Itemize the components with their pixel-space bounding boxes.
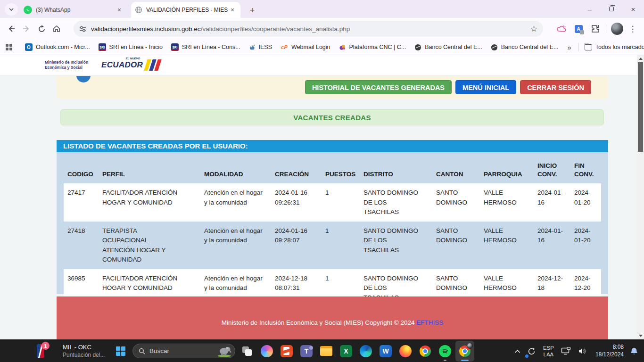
- tab-close-icon[interactable]: ×: [228, 6, 237, 14]
- search-icon: [139, 348, 145, 354]
- table-header-row: CODIGO PERFIL MODALIDAD CREACIÓN PUESTOS…: [64, 159, 601, 183]
- home-button[interactable]: [49, 21, 64, 36]
- cell-fin-conv: 2024-01-20: [570, 222, 601, 269]
- language-indicator[interactable]: ESP LAA: [539, 345, 558, 358]
- edge-button[interactable]: [356, 341, 375, 362]
- page-scrollbar[interactable]: [637, 55, 644, 339]
- site-info-icon[interactable]: [79, 25, 86, 33]
- file-explorer-icon: [320, 346, 332, 356]
- menu-inicial-button[interactable]: MENÚ INICIAL: [455, 80, 516, 94]
- bookmark-label: Webmail Login: [291, 44, 330, 50]
- profile-avatar[interactable]: [611, 23, 623, 35]
- bookmark-banco-central-1[interactable]: Banco Central del E...: [410, 41, 487, 53]
- iess-favicon: [249, 43, 256, 51]
- all-bookmarks-label: Todos los marcadores: [595, 44, 644, 50]
- start-button[interactable]: [114, 345, 127, 358]
- word-button[interactable]: W: [376, 341, 395, 362]
- bookmark-outlook[interactable]: O Outlook.com - Micr...: [21, 41, 94, 53]
- pdf-editor-button[interactable]: [277, 341, 296, 362]
- bookmark-webmail[interactable]: cP Webmail Login: [276, 41, 334, 53]
- taskbar-widget-nba[interactable]: 1 MIL - OKC Puntuación del...: [37, 340, 105, 362]
- cerrar-sesion-button[interactable]: CERRAR SESIÓN: [520, 80, 591, 94]
- whatsapp-icon: [24, 6, 32, 14]
- excel-icon: X: [340, 345, 352, 357]
- restore-button[interactable]: [601, 0, 622, 18]
- divider: [607, 25, 607, 33]
- cell-puestos: 1: [322, 222, 360, 269]
- all-bookmarks[interactable]: Todos los marcadores: [576, 41, 644, 53]
- scrollbar-thumb[interactable]: [638, 62, 643, 152]
- tab-close-icon[interactable]: ×: [115, 6, 124, 14]
- cast-display-icon[interactable]: [558, 342, 575, 361]
- bookmark-cnc[interactable]: Plataforma CNC | C...: [335, 41, 411, 53]
- copilot-button[interactable]: [257, 341, 276, 362]
- browser-menu-kebab-icon[interactable]: ⋮: [625, 21, 640, 36]
- cell-canton: SANTO DOMINGO: [432, 183, 480, 222]
- bookmark-sri-consultas[interactable]: SRI SRI en Línea - Cons...: [167, 41, 245, 53]
- cnc-favicon: [339, 44, 346, 51]
- profile-mini-avatar: [467, 343, 473, 349]
- apps-grid-icon[interactable]: [6, 44, 12, 51]
- vacantes-creadas-banner: VACANTES CREADAS: [60, 109, 604, 125]
- clock[interactable]: 8:08 18/12/2024: [591, 344, 627, 358]
- scroll-down-arrow[interactable]: [637, 332, 644, 339]
- restore-icon: [609, 7, 614, 11]
- file-explorer-button[interactable]: [317, 341, 336, 362]
- col-header-puestos: PUESTOS: [322, 159, 360, 183]
- scroll-up-arrow[interactable]: [637, 55, 644, 62]
- forward-button[interactable]: [19, 21, 34, 36]
- bookmark-sri-inicio[interactable]: SRI SRI en Línea - Inicio: [94, 41, 167, 53]
- chrome-active-window-button[interactable]: [455, 341, 474, 362]
- bookmark-banco-central-2[interactable]: Banco Central del E...: [487, 41, 563, 53]
- tray-chevron-up-icon[interactable]: [511, 342, 524, 361]
- bookmark-iess[interactable]: IESS: [245, 41, 277, 53]
- globe-favicon: [414, 44, 421, 51]
- reload-button[interactable]: [34, 21, 49, 36]
- cell-puestos: 1: [322, 183, 360, 222]
- widget-line2: Puntuación del...: [63, 352, 105, 359]
- translate-extension-icon[interactable]: A: [571, 21, 586, 36]
- task-view-icon: [241, 346, 253, 357]
- extensions-puzzle-icon[interactable]: [588, 21, 603, 36]
- user-icon-partial: [76, 76, 91, 82]
- mies-logo-line1: Ministerio de Inclusión: [45, 60, 88, 65]
- cell-canton: SANTO DOMINGO: [432, 222, 480, 269]
- tray-sync-icon[interactable]: [524, 342, 539, 361]
- task-view-button[interactable]: [238, 341, 256, 362]
- tab-search-button[interactable]: [5, 3, 18, 16]
- back-icon: [7, 25, 16, 33]
- new-tab-button[interactable]: +: [246, 4, 258, 16]
- word-icon: W: [380, 345, 392, 357]
- close-window-button[interactable]: ×: [622, 0, 644, 18]
- excel-button[interactable]: X: [337, 341, 355, 362]
- bookmark-label: SRI en Línea - Inicio: [109, 44, 163, 50]
- system-tray: ESP LAA 8:08 18/12/2024: [511, 340, 644, 362]
- minimize-button[interactable]: –: [579, 0, 601, 18]
- bookmark-label: Outlook.com - Micr...: [36, 44, 90, 50]
- historial-vacantes-button[interactable]: HISTORIAL DE VACANTES GENERADAS: [305, 80, 452, 94]
- efthiss-link[interactable]: EFTHISS: [416, 319, 443, 326]
- screen: (3) WhatsApp × VALIDACIÓN PERFILES - MIE…: [0, 0, 644, 362]
- bookmark-label: Plataforma CNC | C...: [349, 44, 406, 50]
- tab-whatsapp[interactable]: (3) WhatsApp ×: [20, 2, 127, 18]
- cell-perfil: TERAPISTA OCUPACIONAL ATENCIÓN HOGAR Y C…: [99, 222, 200, 269]
- taskbar-search[interactable]: Buscar: [132, 344, 235, 358]
- address-bar[interactable]: validacionperfilesmies.inclusion.gob.ec/…: [74, 21, 543, 37]
- back-button[interactable]: [4, 21, 19, 36]
- url-text[interactable]: validacionperfilesmies.inclusion.gob.ec/…: [91, 25, 530, 33]
- firefox-button[interactable]: [396, 341, 415, 362]
- chrome-button[interactable]: [416, 341, 435, 362]
- spotify-icon: [439, 345, 451, 357]
- cloud-extension-icon[interactable]: [554, 21, 569, 36]
- teams-button[interactable]: T: [297, 341, 316, 362]
- tab-mies-active[interactable]: VALIDACIÓN PERFILES - MIES ×: [131, 2, 240, 18]
- all-bookmarks-button[interactable]: Todos los marcadores: [580, 41, 644, 53]
- bookmarks-overflow-chevron[interactable]: »: [562, 43, 576, 51]
- bookmark-star-icon[interactable]: ☆: [530, 24, 537, 34]
- ecuador-logo-text: ECUADOR: [101, 60, 143, 70]
- browser-tab-bar: (3) WhatsApp × VALIDACIÓN PERFILES - MIE…: [0, 0, 644, 18]
- ecuador-flag-stripes: [146, 59, 160, 71]
- spotify-button[interactable]: [436, 341, 454, 362]
- volume-icon[interactable]: [575, 342, 591, 361]
- notifications-bell-icon[interactable]: [627, 342, 644, 361]
